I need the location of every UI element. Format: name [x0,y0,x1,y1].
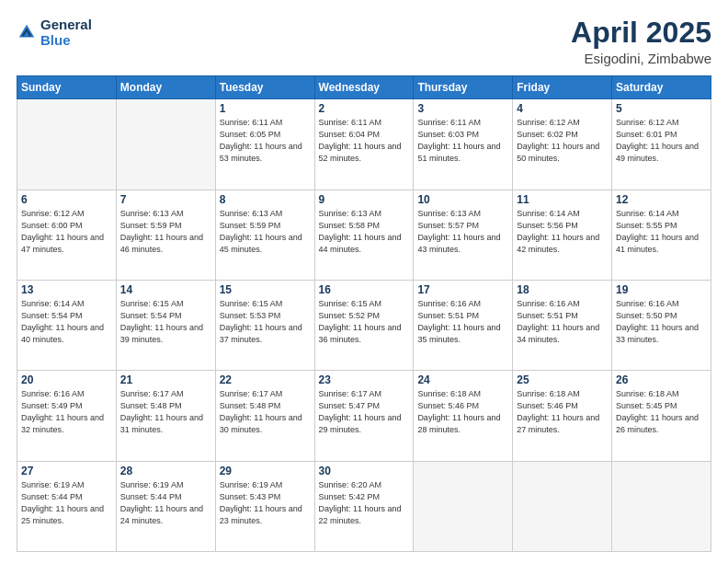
day-info: Sunrise: 6:13 AMSunset: 5:59 PMDaylight:… [220,208,311,256]
week-row-2: 6Sunrise: 6:12 AMSunset: 6:00 PMDaylight… [17,190,711,280]
week-row-3: 13Sunrise: 6:14 AMSunset: 5:54 PMDayligh… [17,280,711,370]
day-info: Sunrise: 6:11 AMSunset: 6:04 PMDaylight:… [319,117,410,165]
day-info: Sunrise: 6:20 AMSunset: 5:42 PMDaylight:… [319,479,410,527]
day-info: Sunrise: 6:12 AMSunset: 6:00 PMDaylight:… [21,208,112,256]
day-number: 21 [120,373,211,386]
day-info: Sunrise: 6:16 AMSunset: 5:51 PMDaylight:… [517,298,608,346]
logo-text: General Blue [40,17,92,49]
day-number: 20 [21,373,112,386]
day-info: Sunrise: 6:15 AMSunset: 5:52 PMDaylight:… [319,298,410,346]
day-info: Sunrise: 6:17 AMSunset: 5:48 PMDaylight:… [120,388,211,436]
weekday-header-friday: Friday [513,76,612,99]
day-info: Sunrise: 6:19 AMSunset: 5:43 PMDaylight:… [220,479,311,527]
day-info: Sunrise: 6:16 AMSunset: 5:51 PMDaylight:… [417,298,508,346]
day-info: Sunrise: 6:18 AMSunset: 5:45 PMDaylight:… [616,388,707,436]
day-cell [513,461,612,551]
day-number: 24 [417,373,508,386]
day-number: 12 [616,193,707,206]
weekday-header-sunday: Sunday [17,76,117,99]
weekday-header-monday: Monday [116,76,215,99]
location: Esigodini, Zimbabwe [571,51,711,66]
day-cell: 9Sunrise: 6:13 AMSunset: 5:58 PMDaylight… [314,190,414,280]
day-cell: 7Sunrise: 6:13 AMSunset: 5:59 PMDaylight… [116,190,215,280]
day-info: Sunrise: 6:13 AMSunset: 5:59 PMDaylight:… [120,208,211,256]
day-number: 22 [220,373,311,386]
weekday-header-tuesday: Tuesday [215,76,314,99]
day-number: 4 [517,102,608,115]
day-cell [612,461,711,551]
day-cell [17,99,117,190]
day-cell: 26Sunrise: 6:18 AMSunset: 5:45 PMDayligh… [612,371,711,461]
day-info: Sunrise: 6:12 AMSunset: 6:01 PMDaylight:… [616,117,707,165]
day-cell: 29Sunrise: 6:19 AMSunset: 5:43 PMDayligh… [215,461,314,551]
day-cell: 13Sunrise: 6:14 AMSunset: 5:54 PMDayligh… [17,280,117,370]
day-cell: 18Sunrise: 6:16 AMSunset: 5:51 PMDayligh… [513,280,612,370]
day-info: Sunrise: 6:17 AMSunset: 5:48 PMDaylight:… [220,388,311,436]
day-info: Sunrise: 6:17 AMSunset: 5:47 PMDaylight:… [319,388,410,436]
day-number: 25 [517,373,608,386]
logo-blue: Blue [40,32,92,48]
day-cell: 12Sunrise: 6:14 AMSunset: 5:55 PMDayligh… [612,190,711,280]
day-number: 30 [319,465,410,477]
day-cell [414,461,513,551]
day-info: Sunrise: 6:15 AMSunset: 5:54 PMDaylight:… [120,298,211,346]
day-info: Sunrise: 6:14 AMSunset: 5:56 PMDaylight:… [517,208,608,256]
calendar-table: SundayMondayTuesdayWednesdayThursdayFrid… [17,75,711,552]
day-info: Sunrise: 6:13 AMSunset: 5:57 PMDaylight:… [417,208,508,256]
day-info: Sunrise: 6:13 AMSunset: 5:58 PMDaylight:… [319,208,410,256]
day-number: 15 [220,283,311,296]
weekday-header-saturday: Saturday [612,76,711,99]
day-number: 11 [517,193,608,206]
day-cell: 8Sunrise: 6:13 AMSunset: 5:59 PMDaylight… [215,190,314,280]
day-number: 28 [120,465,211,477]
day-number: 7 [120,193,211,206]
day-number: 3 [417,102,508,115]
day-cell: 23Sunrise: 6:17 AMSunset: 5:47 PMDayligh… [314,371,414,461]
day-cell: 4Sunrise: 6:12 AMSunset: 6:02 PMDaylight… [513,99,612,190]
day-cell: 27Sunrise: 6:19 AMSunset: 5:44 PMDayligh… [17,461,117,551]
day-number: 13 [21,283,112,296]
month-title: April 2025 [571,17,711,49]
day-number: 5 [616,102,707,115]
day-cell [116,99,215,190]
day-cell: 11Sunrise: 6:14 AMSunset: 5:56 PMDayligh… [513,190,612,280]
day-info: Sunrise: 6:18 AMSunset: 5:46 PMDaylight:… [517,388,608,436]
day-info: Sunrise: 6:11 AMSunset: 6:03 PMDaylight:… [417,117,508,165]
day-cell: 1Sunrise: 6:11 AMSunset: 6:05 PMDaylight… [215,99,314,190]
day-number: 19 [616,283,707,296]
day-number: 2 [319,102,410,115]
day-number: 8 [220,193,311,206]
day-number: 26 [616,373,707,386]
day-info: Sunrise: 6:16 AMSunset: 5:49 PMDaylight:… [21,388,112,436]
day-cell: 25Sunrise: 6:18 AMSunset: 5:46 PMDayligh… [513,371,612,461]
day-cell: 20Sunrise: 6:16 AMSunset: 5:49 PMDayligh… [17,371,117,461]
day-cell: 21Sunrise: 6:17 AMSunset: 5:48 PMDayligh… [116,371,215,461]
weekday-header-row: SundayMondayTuesdayWednesdayThursdayFrid… [17,76,711,99]
day-cell: 24Sunrise: 6:18 AMSunset: 5:46 PMDayligh… [414,371,513,461]
day-number: 9 [319,193,410,206]
day-number: 18 [517,283,608,296]
day-info: Sunrise: 6:15 AMSunset: 5:53 PMDaylight:… [220,298,311,346]
day-number: 16 [319,283,410,296]
day-cell: 3Sunrise: 6:11 AMSunset: 6:03 PMDaylight… [414,99,513,190]
day-number: 29 [220,465,311,477]
page: General Blue April 2025 Esigodini, Zimba… [0,0,728,563]
day-number: 23 [319,373,410,386]
day-cell: 16Sunrise: 6:15 AMSunset: 5:52 PMDayligh… [314,280,414,370]
day-info: Sunrise: 6:12 AMSunset: 6:02 PMDaylight:… [517,117,608,165]
day-cell: 19Sunrise: 6:16 AMSunset: 5:50 PMDayligh… [612,280,711,370]
week-row-4: 20Sunrise: 6:16 AMSunset: 5:49 PMDayligh… [17,371,711,461]
day-cell: 14Sunrise: 6:15 AMSunset: 5:54 PMDayligh… [116,280,215,370]
day-info: Sunrise: 6:11 AMSunset: 6:05 PMDaylight:… [220,117,311,165]
day-info: Sunrise: 6:19 AMSunset: 5:44 PMDaylight:… [120,479,211,527]
day-cell: 17Sunrise: 6:16 AMSunset: 5:51 PMDayligh… [414,280,513,370]
day-cell: 30Sunrise: 6:20 AMSunset: 5:42 PMDayligh… [314,461,414,551]
day-cell: 22Sunrise: 6:17 AMSunset: 5:48 PMDayligh… [215,371,314,461]
day-number: 17 [417,283,508,296]
weekday-header-thursday: Thursday [414,76,513,99]
week-row-1: 1Sunrise: 6:11 AMSunset: 6:05 PMDaylight… [17,99,711,190]
day-number: 10 [417,193,508,206]
day-info: Sunrise: 6:16 AMSunset: 5:50 PMDaylight:… [616,298,707,346]
day-number: 6 [21,193,112,206]
day-cell: 2Sunrise: 6:11 AMSunset: 6:04 PMDaylight… [314,99,414,190]
